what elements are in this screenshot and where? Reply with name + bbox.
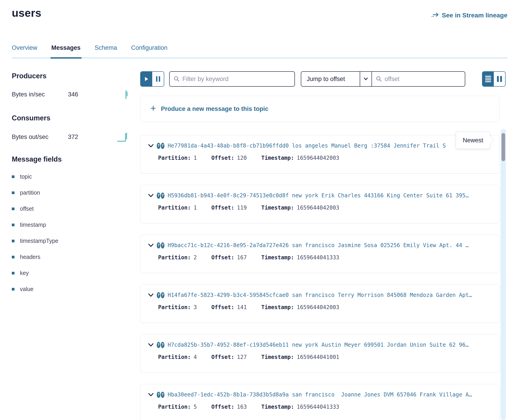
pause-button[interactable] [152,72,164,86]
timestamp-field: Timestamp:1659644042003 [261,205,339,211]
list-view-icon [485,78,491,79]
expand-row-button[interactable] [148,194,154,197]
jump-to-offset-select[interactable]: Jump to offset [301,72,360,86]
tab[interactable]: Configuration [131,44,168,51]
message-row[interactable]: ? ? H5936db81-b943-4e0f-8c29-74513e0c0d8… [140,185,500,223]
offset-value: 141 [237,304,247,310]
list-view-icon [485,76,491,77]
unknown-glyph-icon: ? [161,292,164,298]
message-field-item[interactable]: offset [12,205,130,212]
search-icon [174,76,180,82]
play-icon [145,77,148,81]
produce-message-button[interactable]: + Produce a new message to this topic [140,96,500,122]
jump-select-chevron[interactable] [360,72,371,86]
topic-tabs: Overview Messages Schema Configuration [12,44,507,59]
bytes-in-label: Bytes in/sec [12,91,68,98]
message-key-text: H9bacc71c-b12c-4216-8e95-2a7da727e426 sa… [168,242,469,248]
bytes-out-label: Bytes out/sec [12,134,68,141]
chevron-down-icon [148,393,154,397]
message-row[interactable]: ? ? H7cda825b-35b7-4952-88ef-c193d546eb1… [140,334,500,373]
expand-row-button[interactable] [148,393,154,397]
unknown-glyph-icon: ? [157,193,160,199]
unknown-glyph-icon: ? [161,342,164,348]
jump-to-offset-control: Jump to offset [301,71,465,87]
message-row[interactable]: ? ? He77981da-4a43-48ab-b8f8-cb71b96ffdd… [140,135,500,173]
offset-value: 127 [237,354,247,360]
message-row[interactable]: ? ? H9bacc71c-b12c-4216-8e95-2a7da727e42… [140,235,500,273]
field-bullet-icon [12,175,15,178]
partition-value: 3 [194,304,197,310]
tab[interactable]: Overview [12,44,37,51]
expand-row-button[interactable] [148,144,154,148]
unknown-glyph-icons: ? ? [157,143,164,149]
pause-icon [159,76,160,82]
field-label: topic [20,173,32,180]
message-key-text: H5936db81-b943-4e0f-8c29-74513e0c0d8f ne… [168,192,469,199]
stream-lineage-link[interactable]: See in Stream lineage [431,12,507,19]
field-label: key [20,270,29,276]
chevron-down-icon [363,77,368,81]
message-key-line: ? ? Hba30eed7-1edc-452b-8b1a-738d3b5d8a9… [148,391,491,398]
message-key-line: ? ? H7cda825b-35b7-4952-88ef-c193d546eb1… [148,342,491,348]
partition-value: 4 [194,354,197,360]
message-meta-line: Partition:1 Offset:120 Timestamp:1659644… [158,155,491,161]
expand-row-button[interactable] [148,343,154,347]
field-bullet-icon [12,191,15,194]
offset-field: Offset:119 [211,205,247,211]
message-field-item[interactable]: topic [12,173,130,180]
offset-value: 119 [237,205,247,211]
keyword-filter-field[interactable] [169,71,295,87]
offset-search-field[interactable] [371,72,465,86]
expand-row-button[interactable] [148,244,154,247]
chevron-down-icon [148,293,154,297]
timestamp-label: Timestamp: [261,205,294,211]
field-label: timestamp [20,222,46,228]
partition-label: Partition: [158,205,191,211]
message-field-item[interactable]: value [12,286,130,292]
partition-label: Partition: [158,354,191,360]
message-field-item[interactable]: timestamp [12,222,130,228]
offset-search-input[interactable] [385,75,465,82]
producers-metric-row: Bytes in/sec 346 [12,89,130,100]
play-pause-toggle [140,71,164,87]
message-row[interactable]: ? ? Hba30eed7-1edc-452b-8b1a-738d3b5d8a9… [140,384,500,420]
page-title: users [12,7,41,19]
offset-label: Offset: [211,254,234,261]
play-button[interactable] [141,72,152,86]
field-label: headers [20,254,40,260]
list-view-button[interactable] [483,72,494,86]
tab[interactable]: Schema [95,44,117,51]
message-meta-line: Partition:2 Offset:167 Timestamp:1659644… [158,254,491,261]
unknown-glyph-icons: ? ? [157,392,164,398]
message-scrollbar-thumb[interactable] [501,133,505,161]
offset-label: Offset: [211,205,234,211]
column-view-button[interactable] [494,72,505,86]
message-field-item[interactable]: partition [12,189,130,196]
bytes-out-sparkline [117,131,130,142]
message-fields-heading: Message fields [12,155,130,163]
messages-toolbar: Jump to offset [140,71,506,87]
message-field-item[interactable]: timestampType [12,238,130,244]
message-row[interactable]: ? ? H14fa67fe-5823-4299-b3c4-595845cfcae… [140,285,500,323]
timestamp-value: 1659644042003 [297,155,339,161]
keyword-filter-input[interactable] [182,75,290,82]
message-field-item[interactable]: key [12,270,130,276]
partition-field: Partition:1 [158,155,197,161]
timestamp-value: 1659644042003 [297,205,339,211]
chevron-down-icon [148,343,154,347]
unknown-glyph-icons: ? ? [157,342,164,348]
timestamp-label: Timestamp: [261,155,294,161]
expand-row-button[interactable] [148,293,154,297]
offset-field: Offset:141 [211,304,247,310]
message-scrollbar-track[interactable] [501,129,506,420]
tab[interactable]: Messages [51,44,81,51]
field-bullet-icon [12,208,15,210]
message-meta-line: Partition:4 Offset:127 Timestamp:1659644… [158,354,491,360]
messages-panel: Jump to offset [140,71,506,420]
message-field-item[interactable]: headers [12,254,130,260]
unknown-glyph-icon: ? [161,242,164,248]
consumers-metric-row: Bytes out/sec 372 [12,131,130,142]
unknown-glyph-icon: ? [161,143,164,149]
partition-label: Partition: [158,404,191,410]
bytes-in-value: 346 [68,91,78,98]
